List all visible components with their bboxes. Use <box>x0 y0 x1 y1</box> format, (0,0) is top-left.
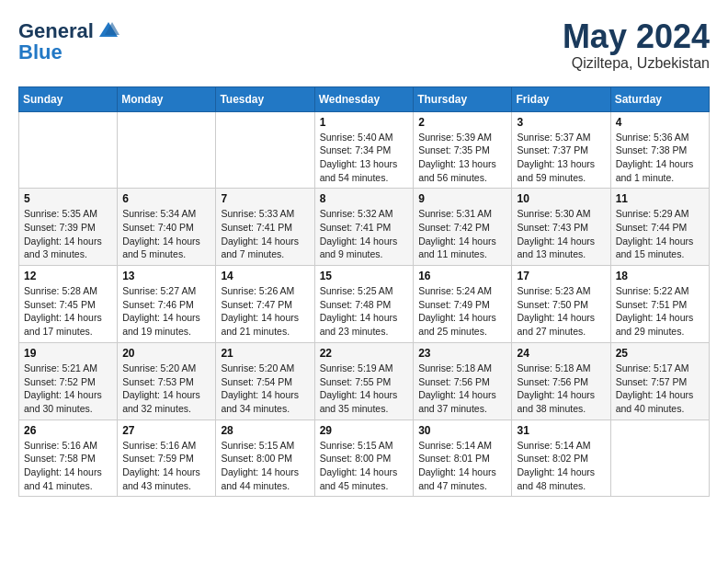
calendar-day-cell: 17Sunrise: 5:23 AMSunset: 7:50 PMDayligh… <box>512 266 610 343</box>
day-number: 2 <box>418 116 506 129</box>
day-info: Sunrise: 5:20 AMSunset: 7:54 PMDaylight:… <box>221 362 309 416</box>
day-of-week-header: Tuesday <box>216 86 314 111</box>
day-number: 20 <box>122 347 210 360</box>
calendar-day-cell: 21Sunrise: 5:20 AMSunset: 7:54 PMDayligh… <box>216 342 314 419</box>
calendar-day-cell: 5Sunrise: 5:35 AMSunset: 7:39 PMDaylight… <box>19 189 118 266</box>
calendar-day-cell: 20Sunrise: 5:20 AMSunset: 7:53 PMDayligh… <box>118 342 216 419</box>
calendar-day-cell: 6Sunrise: 5:34 AMSunset: 7:40 PMDaylight… <box>118 189 216 266</box>
calendar-day-cell: 10Sunrise: 5:30 AMSunset: 7:43 PMDayligh… <box>512 189 610 266</box>
calendar-day-cell: 13Sunrise: 5:27 AMSunset: 7:46 PMDayligh… <box>118 266 216 343</box>
day-of-week-header: Saturday <box>610 86 709 111</box>
day-number: 31 <box>517 424 605 437</box>
calendar-day-cell: 31Sunrise: 5:14 AMSunset: 8:02 PMDayligh… <box>512 419 610 497</box>
day-number: 16 <box>418 270 506 282</box>
calendar-day-cell: 3Sunrise: 5:37 AMSunset: 7:37 PMDaylight… <box>512 111 610 189</box>
day-of-week-header: Friday <box>512 86 610 111</box>
day-info: Sunrise: 5:29 AMSunset: 7:44 PMDaylight:… <box>616 207 704 261</box>
day-number: 21 <box>221 347 309 360</box>
day-info: Sunrise: 5:21 AMSunset: 7:52 PMDaylight:… <box>24 362 112 416</box>
day-info: Sunrise: 5:20 AMSunset: 7:53 PMDaylight:… <box>122 362 210 416</box>
day-info: Sunrise: 5:35 AMSunset: 7:39 PMDaylight:… <box>24 207 112 261</box>
calendar-body: 1Sunrise: 5:40 AMSunset: 7:34 PMDaylight… <box>19 111 710 497</box>
day-info: Sunrise: 5:16 AMSunset: 7:59 PMDaylight:… <box>122 439 210 493</box>
day-info: Sunrise: 5:24 AMSunset: 7:49 PMDaylight:… <box>418 284 506 339</box>
day-info: Sunrise: 5:28 AMSunset: 7:45 PMDaylight:… <box>24 284 112 339</box>
day-number: 26 <box>24 424 112 437</box>
calendar-day-cell: 16Sunrise: 5:24 AMSunset: 7:49 PMDayligh… <box>414 266 512 343</box>
day-info: Sunrise: 5:14 AMSunset: 8:01 PMDaylight:… <box>418 439 506 493</box>
logo: General Blue <box>18 18 121 64</box>
calendar-day-cell: 4Sunrise: 5:36 AMSunset: 7:38 PMDaylight… <box>610 111 709 189</box>
day-number: 15 <box>320 270 409 282</box>
day-info: Sunrise: 5:27 AMSunset: 7:46 PMDaylight:… <box>122 284 210 339</box>
calendar-day-cell: 22Sunrise: 5:19 AMSunset: 7:55 PMDayligh… <box>314 342 414 419</box>
calendar-day-cell <box>118 111 216 189</box>
calendar-day-cell: 14Sunrise: 5:26 AMSunset: 7:47 PMDayligh… <box>216 266 314 343</box>
day-number: 7 <box>221 192 309 205</box>
title-area: May 2024 Qiziltepa, Uzbekistan <box>563 18 710 72</box>
calendar-day-cell: 7Sunrise: 5:33 AMSunset: 7:41 PMDaylight… <box>216 189 314 266</box>
day-number: 27 <box>122 424 210 437</box>
calendar-day-cell: 15Sunrise: 5:25 AMSunset: 7:48 PMDayligh… <box>314 266 414 343</box>
logo-blue-text: Blue <box>18 40 63 64</box>
day-of-week-header: Wednesday <box>314 86 414 111</box>
day-info: Sunrise: 5:34 AMSunset: 7:40 PMDaylight:… <box>122 207 210 261</box>
calendar-day-cell <box>610 419 709 497</box>
calendar-day-cell: 9Sunrise: 5:31 AMSunset: 7:42 PMDaylight… <box>414 189 512 266</box>
day-number: 19 <box>24 347 112 360</box>
day-info: Sunrise: 5:15 AMSunset: 8:00 PMDaylight:… <box>221 439 309 493</box>
day-info: Sunrise: 5:14 AMSunset: 8:02 PMDaylight:… <box>517 439 605 493</box>
calendar-day-cell: 25Sunrise: 5:17 AMSunset: 7:57 PMDayligh… <box>610 342 709 419</box>
day-info: Sunrise: 5:17 AMSunset: 7:57 PMDaylight:… <box>616 362 704 416</box>
day-number: 17 <box>517 270 605 282</box>
day-number: 25 <box>616 347 704 360</box>
calendar-day-cell: 2Sunrise: 5:39 AMSunset: 7:35 PMDaylight… <box>414 111 512 189</box>
day-info: Sunrise: 5:39 AMSunset: 7:35 PMDaylight:… <box>418 131 506 185</box>
month-year-title: May 2024 <box>563 18 710 55</box>
day-number: 18 <box>616 270 704 282</box>
calendar-day-cell: 30Sunrise: 5:14 AMSunset: 8:01 PMDayligh… <box>414 419 512 497</box>
day-number: 9 <box>418 192 506 205</box>
day-number: 3 <box>517 116 605 129</box>
day-of-week-header: Sunday <box>19 86 118 111</box>
calendar-day-cell: 29Sunrise: 5:15 AMSunset: 8:00 PMDayligh… <box>314 419 414 497</box>
calendar-day-cell: 18Sunrise: 5:22 AMSunset: 7:51 PMDayligh… <box>610 266 709 343</box>
day-info: Sunrise: 5:33 AMSunset: 7:41 PMDaylight:… <box>221 207 309 261</box>
calendar-day-cell: 1Sunrise: 5:40 AMSunset: 7:34 PMDaylight… <box>314 111 414 189</box>
day-info: Sunrise: 5:40 AMSunset: 7:34 PMDaylight:… <box>320 131 409 185</box>
day-of-week-header: Monday <box>118 86 216 111</box>
days-of-week-row: SundayMondayTuesdayWednesdayThursdayFrid… <box>19 86 710 111</box>
page-header: General Blue May 2024 Qiziltepa, Uzbekis… <box>18 18 710 72</box>
day-of-week-header: Thursday <box>414 86 512 111</box>
calendar-week-row: 1Sunrise: 5:40 AMSunset: 7:34 PMDaylight… <box>19 111 710 189</box>
day-number: 22 <box>320 347 409 360</box>
day-number: 8 <box>320 192 409 205</box>
day-number: 23 <box>418 347 506 360</box>
day-number: 30 <box>418 424 506 437</box>
day-number: 24 <box>517 347 605 360</box>
calendar-day-cell: 8Sunrise: 5:32 AMSunset: 7:41 PMDaylight… <box>314 189 414 266</box>
day-info: Sunrise: 5:16 AMSunset: 7:58 PMDaylight:… <box>24 439 112 493</box>
day-info: Sunrise: 5:26 AMSunset: 7:47 PMDaylight:… <box>221 284 309 339</box>
day-number: 1 <box>320 116 409 129</box>
day-info: Sunrise: 5:18 AMSunset: 7:56 PMDaylight:… <box>418 362 506 416</box>
calendar-day-cell: 26Sunrise: 5:16 AMSunset: 7:58 PMDayligh… <box>19 419 118 497</box>
calendar-day-cell: 24Sunrise: 5:18 AMSunset: 7:56 PMDayligh… <box>512 342 610 419</box>
calendar-day-cell: 12Sunrise: 5:28 AMSunset: 7:45 PMDayligh… <box>19 266 118 343</box>
day-info: Sunrise: 5:19 AMSunset: 7:55 PMDaylight:… <box>320 362 409 416</box>
calendar-week-row: 26Sunrise: 5:16 AMSunset: 7:58 PMDayligh… <box>19 419 710 497</box>
calendar-day-cell: 28Sunrise: 5:15 AMSunset: 8:00 PMDayligh… <box>216 419 314 497</box>
calendar-day-cell: 19Sunrise: 5:21 AMSunset: 7:52 PMDayligh… <box>19 342 118 419</box>
calendar-header: SundayMondayTuesdayWednesdayThursdayFrid… <box>19 86 710 111</box>
day-info: Sunrise: 5:37 AMSunset: 7:37 PMDaylight:… <box>517 131 605 185</box>
day-info: Sunrise: 5:36 AMSunset: 7:38 PMDaylight:… <box>616 131 704 185</box>
calendar-day-cell: 27Sunrise: 5:16 AMSunset: 7:59 PMDayligh… <box>118 419 216 497</box>
calendar-week-row: 12Sunrise: 5:28 AMSunset: 7:45 PMDayligh… <box>19 266 710 343</box>
calendar-day-cell: 23Sunrise: 5:18 AMSunset: 7:56 PMDayligh… <box>414 342 512 419</box>
day-number: 28 <box>221 424 309 437</box>
day-info: Sunrise: 5:23 AMSunset: 7:50 PMDaylight:… <box>517 284 605 339</box>
calendar-day-cell: 11Sunrise: 5:29 AMSunset: 7:44 PMDayligh… <box>610 189 709 266</box>
day-number: 29 <box>320 424 409 437</box>
calendar-day-cell <box>216 111 314 189</box>
day-info: Sunrise: 5:30 AMSunset: 7:43 PMDaylight:… <box>517 207 605 261</box>
